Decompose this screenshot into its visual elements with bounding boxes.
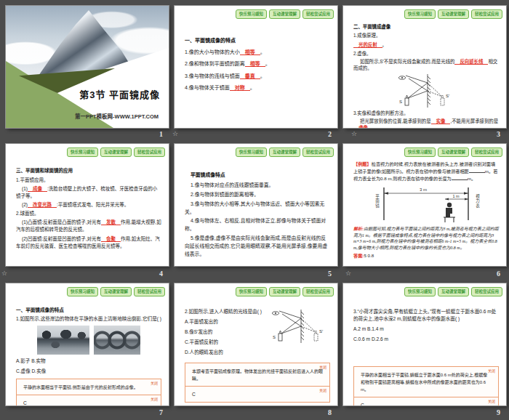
star-icon[interactable]: ☆ [351, 131, 357, 137]
paragraph: 2.像与物体到镜面的距离相等。 [185, 191, 330, 199]
answer-text: 5 0.8 [364, 253, 374, 258]
close-button[interactable]: 关闭 [319, 388, 326, 394]
nav-button-classroom[interactable]: 互动课堂理解 [438, 287, 469, 296]
close-button[interactable]: 关闭 [488, 368, 495, 374]
nav-button-classroom[interactable]: 互动课堂理解 [100, 287, 132, 296]
fill-blank-line: 4.像与物体关于镜面对称。 [185, 84, 330, 92]
nav-button-preview[interactable]: 快乐预习感知 [404, 287, 436, 296]
point-s-label: S [273, 335, 276, 339]
slide-thumbnail-8[interactable]: 快乐预习感知 互动课堂理解 轻松尝试应用 2.如图所示,进入人眼睛的光线是由( … [175, 283, 337, 405]
lesson-nav-buttons: 快乐预习感知 互动课堂理解 轻松尝试应用 [236, 287, 334, 296]
nav-button-preview[interactable]: 快乐预习感知 [236, 148, 267, 157]
answer-blank: 改变光路 [28, 202, 57, 208]
slide-thumbnail-9[interactable]: 快乐预习感知 互动课堂理解 轻松尝试应用 3.“小荷才露尖尖角,早有蜻蜓立上头。… [343, 283, 506, 405]
nav-button-classroom[interactable]: 互动课堂理解 [269, 148, 300, 157]
slide-thumbnail-7[interactable]: 快乐预习感知 互动课堂理解 轻松尝试应用 一、平面镜成像的特点 1.如图所示,这… [6, 283, 169, 405]
chart-label: 视力表 [474, 194, 480, 209]
answer-blank: 相等 [240, 49, 260, 55]
nav-button-classroom[interactable]: 互动课堂理解 [438, 9, 469, 19]
lesson-nav-buttons: 快乐预习感知 互动课堂理解 轻松尝试应用 [236, 9, 334, 19]
star-icon[interactable]: ☆ [172, 131, 178, 137]
line-text: 把光屏放到像的位置,能承接到的是 [360, 118, 431, 124]
line-text: 。 [260, 49, 265, 54]
reflection-photos [16, 326, 161, 355]
page-number: 9 [343, 408, 506, 416]
line-text: 。 [265, 61, 270, 66]
answer-section: 关闭 C [354, 397, 498, 405]
nav-button-preview[interactable]: 快乐预习感知 [404, 9, 436, 19]
line-text: 2.球面镜。 [16, 210, 161, 217]
slide-thumbnail-4[interactable]: 快乐预习感知 互动课堂理解 轻松尝试应用 三、平面镜和球面镜的应用 1.平面镜应… [6, 144, 169, 266]
nav-button-practice[interactable]: 轻松尝试应用 [471, 9, 502, 19]
nav-button-practice[interactable]: 轻松尝试应用 [134, 287, 165, 296]
section-heading: 平面镜成像特点 [185, 171, 330, 179]
option-c: C.平面镜反射的 [185, 339, 279, 346]
line-text: 3.实像和虚像的判断方法。 [353, 110, 499, 116]
analysis-answer-box: 关闭 平静的水面相当于平面镜,蜻蜓立于距水面0.6 m处的荷尖上,根据像和物到平… [353, 366, 499, 405]
lesson-nav-buttons: 快乐预习感知 互动课堂理解 轻松尝试应用 [404, 9, 502, 19]
close-button[interactable]: 关闭 [319, 365, 326, 371]
template-credit: 第一PPT模板网-WWW.1PPT.COM [75, 112, 159, 120]
nav-button-preview[interactable]: 快乐预习感知 [236, 9, 267, 19]
line-text: 如图所示,S′不是实际光线会聚成的,而是光线的 [360, 59, 454, 64]
lesson-nav-buttons: 快乐预习感知 互动课堂理解 轻松尝试应用 [236, 148, 334, 157]
page-number: 7 [6, 408, 169, 416]
nav-button-classroom[interactable]: 互动课堂理解 [269, 287, 300, 296]
mirror-label: 平面镜 [374, 194, 380, 209]
analysis-answer-box: 关闭 平静的水面相当于平面镜,倒影是由于光的反射形成的虚像。 关闭 C [16, 379, 161, 405]
slide-thumbnail-5[interactable]: 快乐预习感知 互动课堂理解 轻松尝试应用 平面镜成像特点 1.像与物体对应点的连… [175, 144, 337, 266]
options-row: C.0.6 m D.2.6 m [353, 336, 499, 343]
star-icon[interactable]: ☆ [345, 270, 351, 277]
close-button[interactable]: 关闭 [151, 381, 158, 387]
slide-thumbnail-3[interactable]: 快乐预习感知 互动课堂理解 轻松尝试应用 二、平面镜成虚像 1.成像原理。 光的… [343, 6, 506, 128]
answer-blank: 垂直 [240, 73, 260, 79]
answer-section: 关闭 C [17, 395, 161, 405]
page-number: 1 [6, 130, 169, 138]
line-text: 。 [260, 73, 265, 78]
distance-1m-label: 1 m [452, 194, 460, 198]
nav-button-classroom[interactable]: 互动课堂理解 [438, 148, 469, 157]
line-text: 1.成像原理。 [353, 32, 499, 39]
analysis-paragraph: 解析:由题图可知,视力表与平面镜之间的距离为3 m,被测者与视力表之间的距离为1… [353, 226, 499, 251]
answer-blank: 光的反射 [353, 42, 382, 48]
option-d: D.人的眼睛发出的 [185, 349, 279, 356]
section-heading: 一、平面镜成像的特点 [16, 307, 161, 314]
page-number: 6 [343, 270, 506, 278]
nav-button-classroom[interactable]: 互动课堂理解 [269, 9, 300, 19]
lesson-nav-buttons: 快乐预习感知 互动课堂理解 轻松尝试应用 [67, 148, 165, 157]
line-text: (2) [22, 202, 28, 207]
line-text: 1.像的大小与物体的大小 [185, 49, 240, 54]
close-button[interactable]: 关闭 [151, 397, 158, 403]
close-button[interactable]: 关闭 [488, 399, 495, 405]
analysis-section: 关闭 平静的水面相当于平面镜,蜻蜓立于距水面0.6 m处的荷尖上,根据像和物到平… [354, 367, 498, 397]
nav-button-preview[interactable]: 快乐预习感知 [404, 148, 436, 157]
slide-thumbnail-1[interactable]: 第3节 平面镜成像 第一PPT模板网-WWW.1PPT.COM [6, 6, 169, 128]
analysis-section: 关闭 平静的水面相当于平面镜,倒影是由于光的反射形成的虚像。 [17, 379, 161, 395]
slide-thumbnail-2[interactable]: 快乐预习感知 互动课堂理解 轻松尝试应用 一、平面镜成像的特点 1.像的大小与物… [175, 6, 337, 128]
answer-blank: 相等 [245, 61, 265, 67]
slide-sorter-view: 第3节 平面镜成像 第一PPT模板网-WWW.1PPT.COM 快乐预习感知 互… [0, 0, 509, 420]
example-question: 【例题】检查视力的时候,视力表放在被测者的头上方,被测者识别对面墙上镜子里的像(… [353, 161, 499, 182]
nav-button-preview[interactable]: 快乐预习感知 [67, 148, 98, 157]
paragraph: 如图所示,S′不是实际光线会聚成的,而是光线的反向延长线相交而成的。 [353, 58, 499, 72]
nav-button-practice[interactable]: 轻松尝试应用 [134, 148, 165, 157]
page-number: 2 [175, 130, 337, 138]
options-row: C.虚像 D.实像 [16, 368, 161, 375]
paragraph: 1.像与物体对应点的连线跟镜面垂直。 [185, 182, 330, 190]
option-b: B.像S′发出的 [185, 328, 279, 336]
nav-button-preview[interactable]: 快乐预习感知 [236, 287, 267, 296]
fill-blank-line: 光的反射。 [353, 41, 499, 48]
section-heading: 二、平面镜成虚像 [353, 23, 499, 30]
nav-button-practice[interactable]: 轻松尝试应用 [302, 287, 334, 296]
slide-thumbnail-6[interactable]: 快乐预习感知 互动课堂理解 轻松尝试应用 【例题】检查视力的时候,视力表放在被测… [343, 144, 506, 266]
question-text: 3.“小荷才露尖尖角,早有蜻蜓立上头。”现有一蜻蜓立于距水面0.6 m处的荷尖上… [353, 308, 499, 323]
nav-button-classroom[interactable]: 互动课堂理解 [100, 148, 132, 157]
nav-button-practice[interactable]: 轻松尝试应用 [471, 287, 502, 296]
nav-button-practice[interactable]: 轻松尝试应用 [471, 148, 502, 157]
page-number: 8 [175, 408, 337, 416]
star-icon[interactable]: ☆ [1, 270, 7, 277]
section-heading: 三、平面镜和球面镜的应用 [16, 167, 161, 174]
nav-button-practice[interactable]: 轻松尝试应用 [302, 148, 334, 157]
nav-button-practice[interactable]: 轻松尝试应用 [302, 9, 334, 19]
nav-button-preview[interactable]: 快乐预习感知 [67, 287, 98, 296]
